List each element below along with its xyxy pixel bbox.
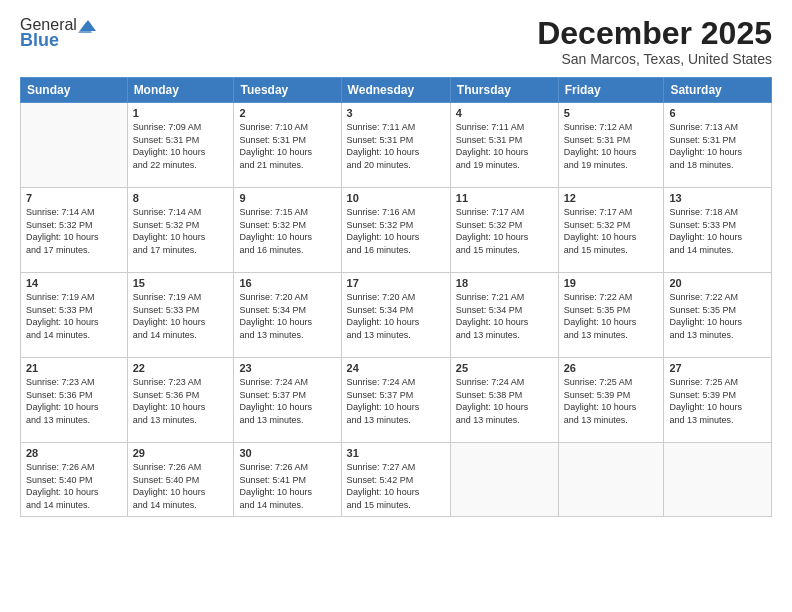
day-number: 16 bbox=[239, 277, 335, 289]
calendar-cell: 5Sunrise: 7:12 AMSunset: 5:31 PMDaylight… bbox=[558, 103, 664, 188]
day-number: 25 bbox=[456, 362, 553, 374]
day-info: Sunrise: 7:24 AMSunset: 5:37 PMDaylight:… bbox=[347, 376, 445, 426]
calendar-cell: 24Sunrise: 7:24 AMSunset: 5:37 PMDayligh… bbox=[341, 358, 450, 443]
day-info: Sunrise: 7:17 AMSunset: 5:32 PMDaylight:… bbox=[456, 206, 553, 256]
weekday-header-row: SundayMondayTuesdayWednesdayThursdayFrid… bbox=[21, 78, 772, 103]
calendar-cell: 13Sunrise: 7:18 AMSunset: 5:33 PMDayligh… bbox=[664, 188, 772, 273]
day-number: 31 bbox=[347, 447, 445, 459]
calendar-cell: 25Sunrise: 7:24 AMSunset: 5:38 PMDayligh… bbox=[450, 358, 558, 443]
calendar-cell: 16Sunrise: 7:20 AMSunset: 5:34 PMDayligh… bbox=[234, 273, 341, 358]
day-info: Sunrise: 7:09 AMSunset: 5:31 PMDaylight:… bbox=[133, 121, 229, 171]
day-number: 11 bbox=[456, 192, 553, 204]
calendar-cell: 10Sunrise: 7:16 AMSunset: 5:32 PMDayligh… bbox=[341, 188, 450, 273]
day-number: 22 bbox=[133, 362, 229, 374]
day-info: Sunrise: 7:11 AMSunset: 5:31 PMDaylight:… bbox=[456, 121, 553, 171]
day-info: Sunrise: 7:15 AMSunset: 5:32 PMDaylight:… bbox=[239, 206, 335, 256]
calendar-cell bbox=[450, 443, 558, 516]
calendar-cell: 18Sunrise: 7:21 AMSunset: 5:34 PMDayligh… bbox=[450, 273, 558, 358]
weekday-header-wednesday: Wednesday bbox=[341, 78, 450, 103]
day-info: Sunrise: 7:18 AMSunset: 5:33 PMDaylight:… bbox=[669, 206, 766, 256]
day-info: Sunrise: 7:21 AMSunset: 5:34 PMDaylight:… bbox=[456, 291, 553, 341]
calendar-table: SundayMondayTuesdayWednesdayThursdayFrid… bbox=[20, 77, 772, 516]
calendar-cell: 23Sunrise: 7:24 AMSunset: 5:37 PMDayligh… bbox=[234, 358, 341, 443]
day-number: 18 bbox=[456, 277, 553, 289]
calendar-cell: 7Sunrise: 7:14 AMSunset: 5:32 PMDaylight… bbox=[21, 188, 128, 273]
day-info: Sunrise: 7:25 AMSunset: 5:39 PMDaylight:… bbox=[669, 376, 766, 426]
day-number: 12 bbox=[564, 192, 659, 204]
day-number: 27 bbox=[669, 362, 766, 374]
day-info: Sunrise: 7:20 AMSunset: 5:34 PMDaylight:… bbox=[239, 291, 335, 341]
day-number: 23 bbox=[239, 362, 335, 374]
header: General Blue December 2025 San Marcos, T… bbox=[20, 16, 772, 67]
day-info: Sunrise: 7:14 AMSunset: 5:32 PMDaylight:… bbox=[26, 206, 122, 256]
calendar-cell: 6Sunrise: 7:13 AMSunset: 5:31 PMDaylight… bbox=[664, 103, 772, 188]
day-info: Sunrise: 7:26 AMSunset: 5:40 PMDaylight:… bbox=[133, 461, 229, 511]
day-number: 14 bbox=[26, 277, 122, 289]
week-row-2: 7Sunrise: 7:14 AMSunset: 5:32 PMDaylight… bbox=[21, 188, 772, 273]
calendar-cell: 27Sunrise: 7:25 AMSunset: 5:39 PMDayligh… bbox=[664, 358, 772, 443]
calendar-cell: 28Sunrise: 7:26 AMSunset: 5:40 PMDayligh… bbox=[21, 443, 128, 516]
day-number: 17 bbox=[347, 277, 445, 289]
day-number: 29 bbox=[133, 447, 229, 459]
day-number: 19 bbox=[564, 277, 659, 289]
title-block: December 2025 San Marcos, Texas, United … bbox=[537, 16, 772, 67]
location: San Marcos, Texas, United States bbox=[537, 51, 772, 67]
day-number: 13 bbox=[669, 192, 766, 204]
day-number: 2 bbox=[239, 107, 335, 119]
calendar-cell: 30Sunrise: 7:26 AMSunset: 5:41 PMDayligh… bbox=[234, 443, 341, 516]
weekday-header-sunday: Sunday bbox=[21, 78, 128, 103]
page: General Blue December 2025 San Marcos, T… bbox=[0, 0, 792, 612]
calendar-cell bbox=[21, 103, 128, 188]
calendar-cell: 31Sunrise: 7:27 AMSunset: 5:42 PMDayligh… bbox=[341, 443, 450, 516]
day-info: Sunrise: 7:23 AMSunset: 5:36 PMDaylight:… bbox=[133, 376, 229, 426]
day-info: Sunrise: 7:24 AMSunset: 5:37 PMDaylight:… bbox=[239, 376, 335, 426]
calendar-cell: 4Sunrise: 7:11 AMSunset: 5:31 PMDaylight… bbox=[450, 103, 558, 188]
calendar-cell: 22Sunrise: 7:23 AMSunset: 5:36 PMDayligh… bbox=[127, 358, 234, 443]
day-number: 9 bbox=[239, 192, 335, 204]
day-number: 4 bbox=[456, 107, 553, 119]
calendar-cell: 8Sunrise: 7:14 AMSunset: 5:32 PMDaylight… bbox=[127, 188, 234, 273]
calendar-cell: 2Sunrise: 7:10 AMSunset: 5:31 PMDaylight… bbox=[234, 103, 341, 188]
weekday-header-saturday: Saturday bbox=[664, 78, 772, 103]
calendar-cell: 21Sunrise: 7:23 AMSunset: 5:36 PMDayligh… bbox=[21, 358, 128, 443]
calendar-cell bbox=[558, 443, 664, 516]
day-number: 7 bbox=[26, 192, 122, 204]
week-row-1: 1Sunrise: 7:09 AMSunset: 5:31 PMDaylight… bbox=[21, 103, 772, 188]
day-info: Sunrise: 7:13 AMSunset: 5:31 PMDaylight:… bbox=[669, 121, 766, 171]
day-number: 24 bbox=[347, 362, 445, 374]
day-number: 15 bbox=[133, 277, 229, 289]
day-number: 8 bbox=[133, 192, 229, 204]
week-row-3: 14Sunrise: 7:19 AMSunset: 5:33 PMDayligh… bbox=[21, 273, 772, 358]
calendar-cell: 1Sunrise: 7:09 AMSunset: 5:31 PMDaylight… bbox=[127, 103, 234, 188]
week-row-5: 28Sunrise: 7:26 AMSunset: 5:40 PMDayligh… bbox=[21, 443, 772, 516]
logo-icon bbox=[78, 18, 96, 33]
day-info: Sunrise: 7:20 AMSunset: 5:34 PMDaylight:… bbox=[347, 291, 445, 341]
calendar-cell: 29Sunrise: 7:26 AMSunset: 5:40 PMDayligh… bbox=[127, 443, 234, 516]
day-number: 28 bbox=[26, 447, 122, 459]
day-info: Sunrise: 7:19 AMSunset: 5:33 PMDaylight:… bbox=[133, 291, 229, 341]
day-info: Sunrise: 7:10 AMSunset: 5:31 PMDaylight:… bbox=[239, 121, 335, 171]
day-info: Sunrise: 7:23 AMSunset: 5:36 PMDaylight:… bbox=[26, 376, 122, 426]
day-number: 30 bbox=[239, 447, 335, 459]
weekday-header-friday: Friday bbox=[558, 78, 664, 103]
calendar-cell: 12Sunrise: 7:17 AMSunset: 5:32 PMDayligh… bbox=[558, 188, 664, 273]
weekday-header-monday: Monday bbox=[127, 78, 234, 103]
calendar-cell bbox=[664, 443, 772, 516]
week-row-4: 21Sunrise: 7:23 AMSunset: 5:36 PMDayligh… bbox=[21, 358, 772, 443]
calendar-cell: 15Sunrise: 7:19 AMSunset: 5:33 PMDayligh… bbox=[127, 273, 234, 358]
day-info: Sunrise: 7:22 AMSunset: 5:35 PMDaylight:… bbox=[564, 291, 659, 341]
calendar-cell: 3Sunrise: 7:11 AMSunset: 5:31 PMDaylight… bbox=[341, 103, 450, 188]
day-info: Sunrise: 7:14 AMSunset: 5:32 PMDaylight:… bbox=[133, 206, 229, 256]
day-info: Sunrise: 7:12 AMSunset: 5:31 PMDaylight:… bbox=[564, 121, 659, 171]
weekday-header-tuesday: Tuesday bbox=[234, 78, 341, 103]
logo-blue-text: Blue bbox=[20, 30, 59, 51]
day-number: 1 bbox=[133, 107, 229, 119]
day-info: Sunrise: 7:24 AMSunset: 5:38 PMDaylight:… bbox=[456, 376, 553, 426]
day-number: 10 bbox=[347, 192, 445, 204]
day-info: Sunrise: 7:22 AMSunset: 5:35 PMDaylight:… bbox=[669, 291, 766, 341]
logo: General Blue bbox=[20, 16, 96, 51]
day-info: Sunrise: 7:16 AMSunset: 5:32 PMDaylight:… bbox=[347, 206, 445, 256]
calendar-cell: 14Sunrise: 7:19 AMSunset: 5:33 PMDayligh… bbox=[21, 273, 128, 358]
day-info: Sunrise: 7:11 AMSunset: 5:31 PMDaylight:… bbox=[347, 121, 445, 171]
day-number: 21 bbox=[26, 362, 122, 374]
